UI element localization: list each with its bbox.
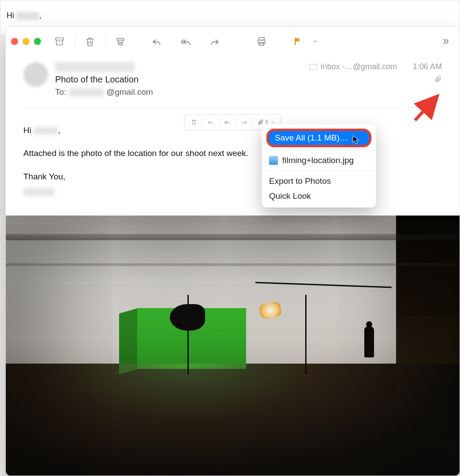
forward-icon xyxy=(241,119,248,126)
reply-all-icon xyxy=(180,36,191,47)
menu-quick-look[interactable]: Quick Look xyxy=(262,189,376,204)
inline-delete-button[interactable] xyxy=(186,116,202,128)
to-label: To: xyxy=(55,87,69,97)
mailbox-icon xyxy=(309,64,317,70)
reply-all-button[interactable] xyxy=(177,33,194,50)
trash-icon xyxy=(85,36,95,47)
chevron-down-icon xyxy=(312,38,318,45)
reply-button[interactable] xyxy=(148,33,165,50)
message-time: 1:06 AM xyxy=(413,62,442,71)
recipient-name-redacted xyxy=(69,89,104,97)
flag-button[interactable] xyxy=(289,33,307,50)
reply-icon xyxy=(207,119,214,126)
menu-export-photos[interactable]: Export to Photos xyxy=(262,174,376,189)
body-signature-redacted xyxy=(23,188,54,196)
archive-button[interactable] xyxy=(51,33,68,50)
chevron-double-right-icon xyxy=(441,37,450,46)
recipient-domain: @gmail.com xyxy=(106,87,153,97)
zoom-window-button[interactable] xyxy=(34,38,41,45)
sender-avatar[interactable] xyxy=(23,62,48,87)
close-window-button[interactable] xyxy=(11,38,18,45)
flag-icon xyxy=(293,37,303,46)
mailbox-label: Inbox -…@gmail.com xyxy=(321,62,397,71)
svg-rect-1 xyxy=(117,38,124,40)
image-file-icon xyxy=(269,156,278,165)
menu-file-label: filming+location.jpg xyxy=(282,156,354,165)
traffic-lights xyxy=(11,38,41,45)
forward-button[interactable] xyxy=(206,33,224,50)
junk-icon xyxy=(115,36,126,47)
paperclip-icon xyxy=(257,119,263,125)
inline-reply-button[interactable] xyxy=(202,116,219,128)
svg-rect-0 xyxy=(56,38,64,40)
menu-quicklook-label: Quick Look xyxy=(269,191,311,201)
sender-name[interactable] xyxy=(55,62,135,72)
bg-greeting: Hi , xyxy=(7,11,41,20)
junk-button[interactable] xyxy=(112,33,129,50)
delete-button[interactable] xyxy=(81,33,99,50)
message-header: Photo of the Location To: @gmail.com Inb… xyxy=(6,56,460,101)
reply-icon xyxy=(151,36,162,47)
forward-icon xyxy=(209,36,220,47)
annotation-arrow xyxy=(411,93,442,124)
cursor-icon xyxy=(352,135,359,144)
body-line: Attached is the photo of the location fo… xyxy=(23,147,442,160)
minimize-window-button[interactable] xyxy=(22,38,30,45)
menu-export-label: Export to Photos xyxy=(269,176,331,186)
reply-all-icon xyxy=(224,119,231,126)
trash-icon xyxy=(191,119,198,126)
archive-icon xyxy=(54,36,65,47)
toolbar-overflow-button[interactable] xyxy=(437,33,454,50)
inline-reply-all-button[interactable] xyxy=(219,116,236,128)
svg-rect-2 xyxy=(259,37,264,40)
menu-save-all-label: Save All (1.1 MB)… xyxy=(275,133,348,143)
window-toolbar xyxy=(6,27,460,56)
flag-menu-button[interactable] xyxy=(310,33,321,50)
menu-file-item[interactable]: filming+location.jpg xyxy=(262,153,376,168)
mailbox-indicator[interactable]: Inbox -…@gmail.com 1:06 AM xyxy=(309,62,442,71)
has-attachment-indicator xyxy=(309,75,442,83)
svg-line-5 xyxy=(415,98,435,120)
attachment-image-preview[interactable] xyxy=(6,216,460,476)
attachment-dropdown-menu: Save All (1.1 MB)… filming+location.jpg … xyxy=(262,124,376,208)
menu-save-all[interactable]: Save All (1.1 MB)… xyxy=(266,129,371,147)
recipients-row: To: @gmail.com xyxy=(55,87,302,97)
mail-message-window: Photo of the Location To: @gmail.com Inb… xyxy=(5,26,460,476)
print-button[interactable] xyxy=(253,33,270,50)
message-subject: Photo of the Location xyxy=(55,74,302,85)
paperclip-icon xyxy=(434,75,442,83)
print-icon xyxy=(256,36,267,47)
body-name-redacted xyxy=(34,127,58,135)
inline-forward-button[interactable] xyxy=(236,116,253,128)
body-signoff: Thank You, xyxy=(23,170,442,183)
